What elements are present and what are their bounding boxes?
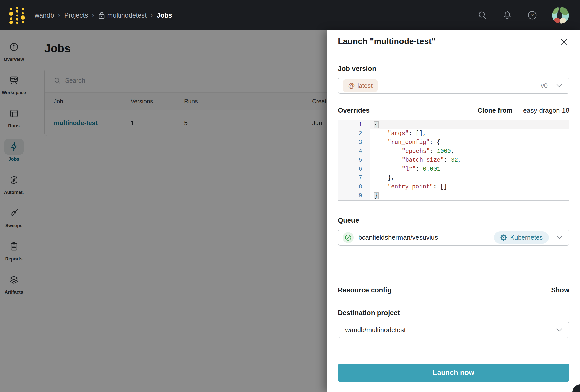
breadcrumb-separator: › [58,12,60,19]
job-version-select[interactable]: @ latest v0 [338,78,569,94]
clone-from-run-select[interactable]: easy-dragon-18 [523,107,569,115]
search-icon[interactable] [477,10,488,20]
destination-project-value: wandb/multinodetest [345,326,406,334]
queue-select[interactable]: bcanfieldsherman/vesuvius Kubernetes [338,230,569,246]
close-icon[interactable] [559,37,569,47]
notifications-bell-icon[interactable] [502,10,512,20]
breadcrumb-jobs[interactable]: Jobs [157,11,172,19]
help-icon[interactable]: ? [527,10,537,20]
clone-from-label: Clone from [478,107,512,115]
breadcrumb-separator: › [151,12,153,19]
resource-config-row: Resource config Show [338,286,569,294]
version-value: v0 [541,82,548,90]
resource-config-show-toggle[interactable]: Show [551,286,569,294]
launch-drawer: Launch "multinode-test" Job version @ la… [327,30,580,392]
overrides-editor-code: 1{2 "args": [],3 "run_config": {4 "epoch… [338,120,569,200]
launch-now-button[interactable]: Launch now [338,364,569,382]
navbar-actions: ? [477,7,569,24]
app-root: wandb › Projects › multinodetest › Jobs [0,0,580,392]
chevron-down-icon [556,328,562,332]
breadcrumb: wandb › Projects › multinodetest › Jobs [35,11,172,19]
svg-text:?: ? [531,13,534,18]
destination-project-label: Destination project [338,309,400,317]
at-sign-icon: @ [348,82,355,90]
wandb-logo-icon[interactable] [8,6,26,25]
breadcrumb-wandb[interactable]: wandb [35,11,54,19]
breadcrumb-projects[interactable]: Projects [64,11,88,19]
avatar[interactable] [552,7,569,24]
overrides-editor[interactable]: 1{2 "args": [],3 "run_config": {4 "epoch… [338,120,569,201]
overrides-row: Overrides Clone from easy-dragon-18 [338,107,569,115]
job-version-label: Job version [338,65,376,73]
chevron-down-icon [556,84,562,88]
resource-config-label: Resource config [338,286,392,294]
chevron-down-icon [556,236,562,239]
drawer-title: Launch "multinode-test" [338,37,436,46]
overrides-label: Overrides [338,107,370,115]
breadcrumb-project[interactable]: multinodetest [98,11,147,19]
lock-icon [98,11,105,19]
queue-label: Queue [338,217,359,224]
latest-alias-badge: @ latest [343,79,378,92]
destination-project-select[interactable]: wandb/multinodetest [338,322,569,338]
queue-active-check-icon [343,232,354,243]
kubernetes-badge: Kubernetes [494,231,549,244]
top-navbar: wandb › Projects › multinodetest › Jobs [0,0,580,30]
breadcrumb-separator: › [92,12,94,19]
kubernetes-helm-icon [500,234,507,241]
queue-value: bcanfieldsherman/vesuvius [358,234,438,241]
